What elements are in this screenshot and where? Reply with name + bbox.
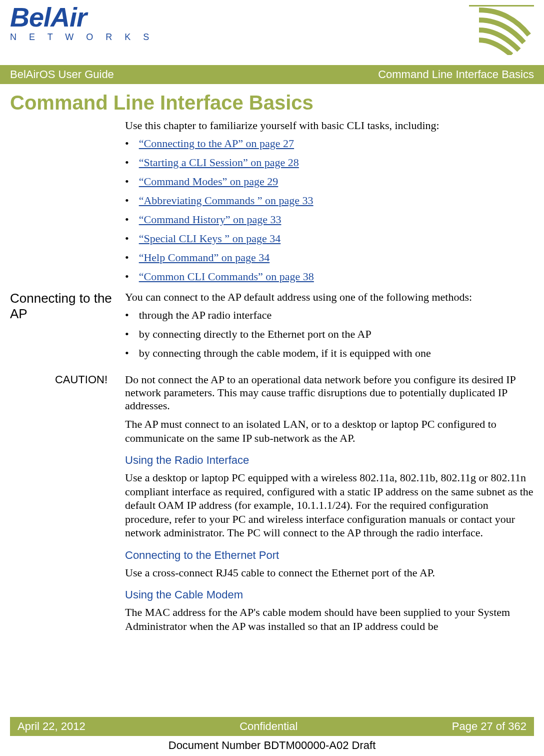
logo-left: BelAir N E T W O R K S — [10, 5, 154, 43]
list-item: “Starting a CLI Session” on page 28 — [125, 156, 534, 169]
toc-link[interactable]: “Connecting to the AP” on page 27 — [139, 137, 294, 150]
modem-text: The MAC address for the AP's cable modem… — [125, 605, 534, 633]
section-connecting: Connecting to the AP You can connect to … — [10, 291, 534, 366]
toc-link[interactable]: “Command Modes” on page 29 — [139, 175, 278, 188]
logo-subbrand: N E T W O R K S — [10, 32, 154, 43]
isolated-lan-text: The AP must connect to an isolated LAN, … — [125, 417, 534, 445]
subheading-ethernet: Connecting to the Ethernet Port — [125, 549, 534, 562]
caution-text: Do not connect the AP to an operational … — [125, 373, 534, 412]
page-header: BelAir N E T W O R K S — [0, 0, 544, 65]
title-bar-left: BelAirOS User Guide — [10, 68, 114, 81]
list-item: by connecting directly to the Ethernet p… — [125, 328, 534, 341]
subheading-radio: Using the Radio Interface — [125, 454, 534, 467]
section-caution: CAUTION! Do not connect the AP to an ope… — [10, 373, 534, 417]
content: Use this chapter to familiarize yourself… — [0, 119, 544, 633]
footer-page: Page 27 of 362 — [452, 720, 526, 733]
title-bar-right: Command Line Interface Basics — [378, 68, 534, 81]
list-item: “Help Command” on page 34 — [125, 251, 534, 264]
section-intro: You can connect to the AP default addres… — [125, 291, 534, 304]
toc-link[interactable]: “Common CLI Commands” on page 38 — [139, 270, 314, 283]
radio-text: Use a desktop or laptop PC equipped with… — [125, 471, 534, 540]
toc-link[interactable]: “Help Command” on page 34 — [139, 251, 270, 264]
ethernet-text: Use a cross-connect RJ45 cable to connec… — [125, 566, 534, 580]
logo-swoosh-icon — [469, 5, 534, 55]
list-item: “Connecting to the AP” on page 27 — [125, 137, 534, 150]
list-item: “Command History” on page 33 — [125, 213, 534, 226]
logo-brand: BelAir — [10, 5, 154, 30]
footer-confidential: Confidential — [240, 720, 298, 733]
list-item: “Special CLI Keys ” on page 34 — [125, 232, 534, 245]
section-body: You can connect to the AP default addres… — [125, 291, 534, 366]
toc-list: “Connecting to the AP” on page 27 “Start… — [125, 137, 534, 283]
toc-link[interactable]: “Special CLI Keys ” on page 34 — [139, 232, 280, 245]
subheading-modem: Using the Cable Modem — [125, 588, 534, 601]
list-item: by connecting through the cable modem, i… — [125, 347, 534, 360]
list-item: “Abbreviating Commands ” on page 33 — [125, 194, 534, 207]
method-list: through the AP radio interface by connec… — [125, 309, 534, 360]
list-item: “Command Modes” on page 29 — [125, 175, 534, 188]
toc-link[interactable]: “Command History” on page 33 — [139, 213, 282, 226]
intro-text: Use this chapter to familiarize yourself… — [125, 119, 534, 132]
toc-link[interactable]: “Starting a CLI Session” on page 28 — [139, 156, 299, 169]
toc-link[interactable]: “Abbreviating Commands ” on page 33 — [139, 194, 314, 207]
caution-body: Do not connect the AP to an operational … — [125, 373, 534, 417]
body-block: The AP must connect to an isolated LAN, … — [125, 417, 534, 633]
list-item: through the AP radio interface — [125, 309, 534, 322]
svg-rect-0 — [469, 5, 534, 7]
page-title: Command Line Interface Basics — [0, 84, 544, 119]
footer-bar: April 22, 2012 Confidential Page 27 of 3… — [10, 717, 534, 736]
footer-date: April 22, 2012 — [18, 720, 86, 733]
caution-label: CAUTION! — [10, 373, 125, 417]
document-number: Document Number BDTM00000-A02 Draft — [0, 739, 544, 752]
title-bar: BelAirOS User Guide Command Line Interfa… — [0, 65, 544, 84]
section-heading: Connecting to the AP — [10, 291, 125, 366]
list-item: “Common CLI Commands” on page 38 — [125, 270, 534, 283]
